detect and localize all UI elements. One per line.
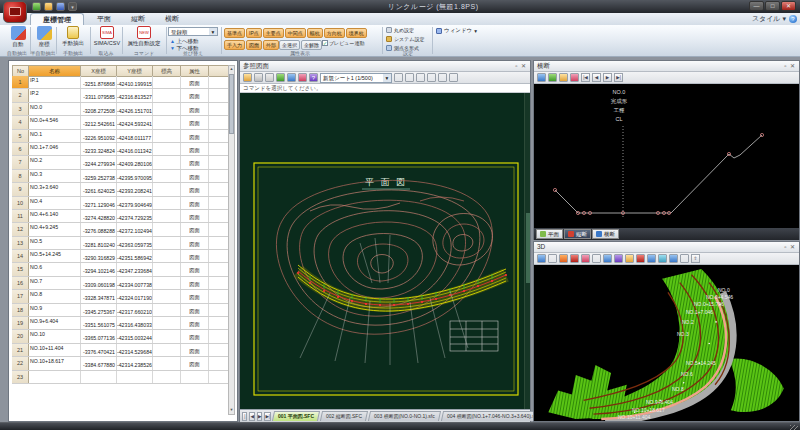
rotate-view-icon[interactable] [537,254,546,263]
select-tool-icon[interactable] [416,73,425,82]
auto-extract-button[interactable]: 自動 [6,26,30,48]
x-coordinate-cell[interactable]: -3376.470421 [81,344,117,356]
coordinate-extract-button[interactable]: 座標 [32,26,56,48]
view-tab-profile[interactable]: 縦断 [564,229,591,239]
attribute-cell[interactable]: 図面 [181,250,209,262]
x-coordinate-cell[interactable]: -3271.129046 [81,197,117,209]
row-number-cell[interactable]: 8 [12,170,29,182]
row-number-cell[interactable]: 13 [12,237,29,249]
walkthrough-icon[interactable] [614,254,623,263]
point-name-cell[interactable]: NO.3+3.640 [29,183,81,195]
row-number-cell[interactable]: 4 [12,116,29,128]
manual-extract-button[interactable]: 手動抽出 [58,26,88,47]
y-coordinate-cell[interactable]: -42393.208241 [117,183,153,195]
scroll-down-icon[interactable]: ▼ [229,407,234,414]
layer-red-icon[interactable] [298,73,307,82]
tab-plan[interactable]: 平面 [88,13,120,25]
y-coordinate-cell[interactable]: -42324.017190 [117,290,153,302]
row-number-cell[interactable]: 20 [12,330,29,342]
point-name-cell[interactable]: NO.10 [29,330,81,342]
table-row[interactable]: 13 NO.5 -3281.810240 -42363.059735 図面 [12,237,229,250]
point-name-cell[interactable]: NO.4 [29,197,81,209]
attribute-cell[interactable] [181,371,209,383]
point-name-cell[interactable]: NO.6 [29,263,81,275]
table-row[interactable]: 19 NO.9+6.404 -3351.561075 -42316.438033… [12,317,229,330]
float-panel-icon[interactable]: ▫ [784,63,787,69]
style-menu[interactable]: スタイル ▾ [752,14,786,24]
section-box-icon[interactable] [636,254,645,263]
table-row[interactable]: 18 NO.9 -3345.275367 -42317.660210 図面 [12,304,229,317]
point-name-cell[interactable]: IP.1 [29,76,81,88]
next-station-icon[interactable]: ▶ [603,73,612,82]
attribute-cell[interactable]: 図面 [181,143,209,155]
y-coordinate-cell[interactable]: -42379.904649 [117,197,153,209]
attribute-cell[interactable]: 図面 [181,290,209,302]
row-number-cell[interactable]: 6 [12,143,29,155]
close-button[interactable]: ✕ [781,1,796,11]
point-type-chip[interactable]: 境界杭 [346,28,367,38]
three-d-canvas[interactable]: NO.0 NO.0+4.546 NO.0+15.796 NO.1+7.046 N… [534,265,799,421]
row-number-cell[interactable]: 16 [12,277,29,289]
table-vertical-scrollbar[interactable]: ▲ ▼ [228,65,235,415]
point-type-chip[interactable]: IP点 [246,28,262,38]
prev-station-icon[interactable]: ◀ [592,73,601,82]
view-tab-plan[interactable]: 平面 [536,229,563,239]
table-row[interactable]: 7 NO.2 -3244.279934 -42409.280106 図面 [12,156,229,169]
elevation-cell[interactable] [153,277,181,289]
elevation-cell[interactable] [153,210,181,222]
sheet-settings-icon[interactable] [405,73,414,82]
surface-icon[interactable] [581,254,590,263]
camera-icon[interactable] [603,254,612,263]
row-number-cell[interactable]: 3 [12,103,29,115]
last-station-icon[interactable]: ▶| [614,73,623,82]
point-name-cell[interactable]: NO.9 [29,304,81,316]
float-panel-icon[interactable]: ▫ [515,63,518,69]
x-coordinate-cell[interactable]: -3311.079585 [81,89,117,101]
table-row[interactable]: 11 NO.4+6.140 -3274.428820 -42374.729235… [12,210,229,223]
alignment-3d-icon[interactable] [570,254,579,263]
more-tools-icon[interactable]: ⇧ [691,254,700,263]
select-chip[interactable]: 全選択 [279,40,300,50]
row-number-cell[interactable]: 5 [12,130,29,142]
point-name-cell[interactable]: NO.5 [29,237,81,249]
table-row[interactable]: 6 NO.1+7.046 -3233.324824 -42416.011342 … [12,143,229,156]
x-coordinate-cell[interactable]: -3290.316829 [81,250,117,262]
terrain-icon[interactable] [559,254,568,263]
table-row[interactable]: 22 NO.10+18.617 -3384.677880 -42314.2385… [12,357,229,370]
point-type-chip[interactable]: 方向杭 [324,28,345,38]
attribute-cell[interactable]: 図面 [181,116,209,128]
elevation-cell[interactable] [153,170,181,182]
attribute-cell[interactable]: 図面 [181,130,209,142]
orbit-icon[interactable] [669,254,678,263]
tab-cross-section[interactable]: 横断 [156,13,188,25]
table-row[interactable]: 8 NO.3 -3259.252738 -42395.970095 図面 [12,170,229,183]
preview-link-toggle[interactable]: ✓プレビュー連動 [322,40,364,46]
help-layer-icon[interactable]: ? [309,73,318,82]
point-name-cell[interactable]: NO.8 [29,290,81,302]
elevation-cell[interactable] [153,197,181,209]
point-name-cell[interactable]: NO.9+6.404 [29,317,81,329]
table-row[interactable]: 16 NO.7 -3309.060198 -42334.007738 図面 [12,277,229,290]
y-coordinate-cell[interactable]: -42424.593241 [117,116,153,128]
y-coordinate-cell[interactable]: -42372.102494 [117,223,153,235]
table-row[interactable]: 14 NO.5+14.245 -3290.316829 -42351.58694… [12,250,229,263]
point-type-chip[interactable]: 中間点 [285,28,306,38]
elevation-cell[interactable] [153,317,181,329]
y-coordinate-cell[interactable]: -42334.007738 [117,277,153,289]
elevation-cell[interactable] [153,89,181,101]
table-row[interactable]: 20 NO.10 -3365.077136 -42315.003244 図面 [12,330,229,343]
elevation-cell[interactable] [153,223,181,235]
layer-blue-icon[interactable] [287,73,296,82]
scrollbar-thumb[interactable] [229,74,234,134]
x-coordinate-cell[interactable]: -3365.077136 [81,330,117,342]
application-menu-button[interactable] [3,1,27,23]
attribute-cell[interactable]: 図面 [181,210,209,222]
elevation-cell[interactable] [153,357,181,369]
save-view-icon[interactable] [548,254,557,263]
row-number-cell[interactable]: 19 [12,317,29,329]
point-type-chip[interactable]: 基準点 [224,28,245,38]
refresh-icon[interactable] [548,73,557,82]
x-coordinate-cell[interactable] [81,371,117,383]
row-number-cell[interactable]: 23 [12,371,29,383]
point-name-cell[interactable]: IP.2 [29,89,81,101]
